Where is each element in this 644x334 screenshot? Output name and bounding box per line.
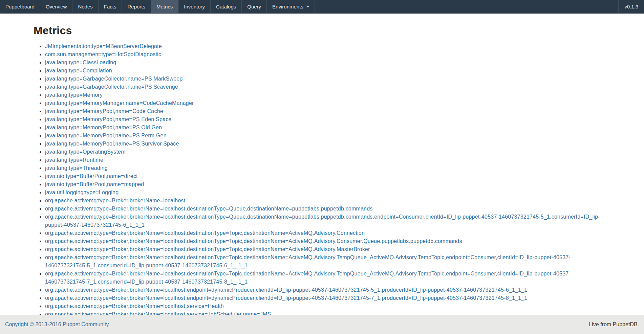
page-title: Metrics [34,24,610,37]
metric-link[interactable]: org.apache.activemq:type=Broker,brokerNa… [45,287,527,293]
list-item: org.apache.activemq:type=Broker,brokerNa… [45,270,610,286]
footer-copyright: Copyright © 2013-2016 Puppet Community. [5,321,110,328]
list-item: java.lang:type=ClassLoading [45,59,610,67]
nav-item-query[interactable]: Query [242,0,267,13]
navbar: PuppetboardOverviewNodesFactsReportsMetr… [0,0,644,14]
list-item: org.apache.activemq:type=Broker,brokerNa… [45,245,610,253]
metric-link[interactable]: java.lang:type=MemoryPool,name=PS Old Ge… [45,125,162,130]
metric-link[interactable]: java.lang:type=MemoryPool,name=Code Cach… [45,108,163,114]
list-item: java.lang:type=GarbageCollector,name=PS … [45,75,610,83]
nav-item-label: Overview [46,4,67,9]
list-item: java.lang:type=MemoryPool,name=PS Eden S… [45,115,610,124]
metric-link[interactable]: org.apache.activemq:type=Broker,brokerNa… [45,295,527,301]
nav-item-label: Query [247,4,261,9]
metric-link[interactable]: java.lang:type=ClassLoading [45,60,116,65]
metric-link[interactable]: java.lang:type=GarbageCollector,name=PS … [45,84,178,90]
list-item: java.lang:type=OperatingSystem [45,148,610,156]
metrics-list: JMImplementation:type=MBeanServerDelegat… [34,42,610,318]
version-label: v0.1.3 [618,0,644,13]
list-item: com.sun.management:type=HotSpotDiagnosti… [45,50,610,59]
list-item: org.apache.activemq:type=Broker,brokerNa… [45,286,610,294]
list-item: java.lang:type=MemoryPool,name=PS Perm G… [45,132,610,140]
metric-link[interactable]: org.apache.activemq:type=Broker,brokerNa… [45,246,370,252]
metric-link[interactable]: org.apache.activemq:type=Broker,brokerNa… [45,198,185,203]
metric-link[interactable]: com.sun.management:type=HotSpotDiagnosti… [45,51,161,57]
nav-item-puppetboard[interactable]: Puppetboard [0,0,40,13]
copyright-period: . [108,321,110,327]
nav-item-label: Metrics [156,4,173,9]
list-item: org.apache.activemq:type=Broker,brokerNa… [45,213,610,229]
main-content: Metrics JMImplementation:type=MBeanServe… [0,14,644,334]
metric-link[interactable]: java.nio:type=BufferPool,name=direct [45,173,138,179]
nav-item-environments[interactable]: Environments [267,0,315,13]
metric-link[interactable]: java.lang:type=MemoryManager,name=CodeCa… [45,100,194,106]
footer-status-text: Live from PuppetDB. [589,321,639,328]
metric-link[interactable]: java.lang:type=Compilation [45,68,112,73]
nav-item-inventory[interactable]: Inventory [178,0,211,13]
nav-item-facts[interactable]: Facts [99,0,122,13]
list-item: java.lang:type=Threading [45,164,610,172]
list-item: java.lang:type=MemoryPool,name=PS Surviv… [45,140,610,148]
navbar-menu: PuppetboardOverviewNodesFactsReportsMetr… [0,0,315,13]
footer: Copyright © 2013-2016 Puppet Community. … [0,315,644,334]
metric-link[interactable]: java.lang:type=MemoryPool,name=PS Eden S… [45,116,171,122]
list-item: java.lang:type=MemoryManager,name=CodeCa… [45,99,610,107]
list-item: java.lang:type=Memory [45,91,610,99]
metric-link[interactable]: java.nio:type=BufferPool,name=mapped [45,181,144,187]
list-item: java.lang:type=Compilation [45,67,610,75]
metric-link[interactable]: org.apache.activemq:type=Broker,brokerNa… [45,238,462,244]
list-item: JMImplementation:type=MBeanServerDelegat… [45,42,610,50]
nav-item-label: Environments [272,4,303,9]
metric-link[interactable]: java.util.logging:type=Logging [45,190,119,195]
metric-link[interactable]: java.lang:type=MemoryPool,name=PS Perm G… [45,133,167,138]
nav-item-overview[interactable]: Overview [40,0,73,13]
nav-item-metrics[interactable]: Metrics [151,0,178,13]
nav-item-label: Puppetboard [5,4,35,9]
list-item: java.lang:type=Runtime [45,156,610,164]
list-item: java.lang:type=MemoryPool,name=PS Old Ge… [45,124,610,132]
metric-link[interactable]: java.lang:type=GarbageCollector,name=PS … [45,76,183,82]
metric-link[interactable]: JMImplementation:type=MBeanServerDelegat… [45,43,162,49]
copyright-link[interactable]: Copyright © 2013-2016 Puppet Community [5,321,108,327]
metric-link[interactable]: org.apache.activemq:type=Broker,brokerNa… [45,214,600,228]
nav-item-label: Inventory [184,4,205,9]
metric-link[interactable]: org.apache.activemq:type=Broker,brokerNa… [45,271,571,285]
metric-link[interactable]: java.lang:type=MemoryPool,name=PS Surviv… [45,141,179,147]
metric-link[interactable]: java.lang:type=OperatingSystem [45,149,126,155]
list-item: java.nio:type=BufferPool,name=mapped [45,180,610,188]
list-item: org.apache.activemq:type=Broker,brokerNa… [45,253,610,270]
metric-link[interactable]: java.lang:type=Threading [45,165,108,171]
list-item: org.apache.activemq:type=Broker,brokerNa… [45,237,610,245]
nav-item-catalogs[interactable]: Catalogs [211,0,242,13]
metric-link[interactable]: java.lang:type=Runtime [45,157,103,163]
nav-item-label: Catalogs [216,4,236,9]
nav-item-reports[interactable]: Reports [122,0,151,13]
metric-link[interactable]: org.apache.activemq:type=Broker,brokerNa… [45,254,571,268]
list-item: org.apache.activemq:type=Broker,brokerNa… [45,302,610,310]
metric-link[interactable]: org.apache.activemq:type=Broker,brokerNa… [45,206,373,211]
list-item: org.apache.activemq:type=Broker,brokerNa… [45,229,610,237]
list-item: java.nio:type=BufferPool,name=direct [45,172,610,180]
metric-link[interactable]: org.apache.activemq:type=Broker,brokerNa… [45,230,365,236]
nav-item-nodes[interactable]: Nodes [72,0,98,13]
list-item: java.util.logging:type=Logging [45,188,610,197]
nav-item-label: Facts [104,4,116,9]
list-item: org.apache.activemq:type=Broker,brokerNa… [45,294,610,302]
nav-item-label: Nodes [78,4,92,9]
chevron-down-icon [306,6,309,7]
list-item: java.lang:type=MemoryPool,name=Code Cach… [45,107,610,115]
list-item: java.lang:type=GarbageCollector,name=PS … [45,83,610,91]
metric-link[interactable]: org.apache.activemq:type=Broker,brokerNa… [45,303,224,309]
list-item: org.apache.activemq:type=Broker,brokerNa… [45,197,610,205]
nav-item-label: Reports [127,4,145,9]
metric-link[interactable]: java.lang:type=Memory [45,92,103,98]
list-item: org.apache.activemq:type=Broker,brokerNa… [45,205,610,213]
